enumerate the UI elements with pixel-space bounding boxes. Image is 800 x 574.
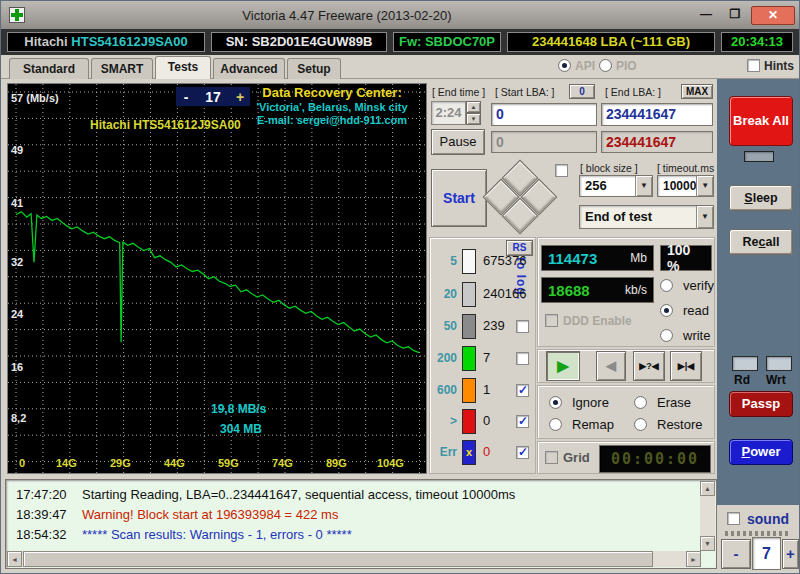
scroll-right-icon[interactable]: ► — [686, 551, 701, 567]
log-error-checkbox[interactable] — [516, 446, 529, 459]
elapsed-timer: 00:00:00 — [599, 445, 711, 473]
zoom-out-button[interactable]: - — [176, 89, 196, 105]
seek-pad — [487, 163, 553, 231]
power-button[interactable]: Power — [729, 439, 793, 465]
end-time-up-icon[interactable]: ▲ — [466, 101, 481, 113]
tab-advanced[interactable]: Advanced — [213, 58, 285, 79]
current-lba-display: 0 — [491, 131, 597, 153]
ddd-enable-checkbox[interactable] — [545, 314, 558, 327]
percent-display: 100 % — [660, 245, 712, 271]
counter-value: 0 — [483, 413, 490, 428]
progress-mb-label: 304 MB — [220, 422, 262, 436]
volume-down-button[interactable]: - — [721, 539, 751, 569]
timeout-select[interactable]: 10000 ▼ — [657, 175, 714, 197]
test-control-panel: [ End time ] [ Start LBA: ] 0 [ End LBA:… — [429, 81, 715, 475]
start-lba-zero-button[interactable]: 0 — [569, 84, 595, 99]
option-checkbox[interactable] — [555, 164, 568, 177]
end-time-spinner: 2:24 ▲ ▼ — [431, 101, 481, 125]
up-arrow-icon — [517, 171, 527, 181]
log-vertical-scrollbar[interactable]: ▲ ▼ — [700, 481, 715, 551]
tab-smart[interactable]: SMART — [91, 58, 153, 79]
log-text: ***** Scan results: Warnings - 1, errors… — [82, 527, 352, 542]
svg-text:8,2: 8,2 — [11, 412, 26, 424]
tab-standard[interactable]: Standard — [9, 58, 89, 79]
hints-checkbox[interactable] — [747, 59, 760, 72]
svg-text:89G: 89G — [326, 457, 347, 469]
svg-text:49: 49 — [11, 144, 23, 156]
play-button[interactable]: ▶ — [546, 351, 580, 381]
pio-radio[interactable] — [599, 59, 612, 72]
scroll-down-icon[interactable]: ▼ — [700, 536, 715, 551]
log-time: 17:47:20 — [16, 487, 67, 502]
read-radio[interactable] — [660, 304, 673, 317]
log-time: 18:54:32 — [16, 527, 67, 542]
end-action-select[interactable]: End of test ▼ — [579, 205, 714, 229]
back-button[interactable]: ◀ — [596, 351, 626, 381]
zoom-level: 17 — [196, 89, 230, 105]
write-indicator — [766, 356, 792, 371]
volume-up-button[interactable]: + — [782, 539, 799, 569]
scrollbar-thumb[interactable] — [23, 551, 653, 567]
start-lba-input[interactable]: 0 — [491, 103, 597, 126]
svg-text:16: 16 — [11, 361, 23, 373]
log-horizontal-scrollbar[interactable]: ◄ ► — [7, 551, 701, 567]
speed-value: 18688 — [548, 282, 590, 299]
timeout-dropdown-icon[interactable]: ▼ — [696, 176, 713, 196]
block-size-value: 256 — [580, 176, 635, 196]
break-all-button[interactable]: Break All — [729, 96, 793, 146]
victoria-window: Victoria 4.47 Freeware (2013-02-20) — ❐ … — [0, 0, 800, 574]
rd-label: Rd — [734, 373, 750, 387]
counter-label: 50 — [431, 319, 457, 333]
sound-checkbox[interactable] — [727, 512, 740, 525]
restore-radio[interactable] — [634, 418, 647, 431]
log-timeout-checkbox[interactable] — [516, 415, 529, 428]
clock: 20:34:13 — [721, 32, 793, 52]
ignore-radio[interactable] — [549, 396, 562, 409]
api-radio[interactable] — [558, 59, 571, 72]
erase-radio[interactable] — [634, 396, 647, 409]
end-time-value[interactable]: 2:24 — [431, 101, 466, 125]
log-panel: 17:47:20 Starting Reading, LBA=0..234441… — [5, 479, 717, 569]
end-lba-input[interactable]: 234441647 — [601, 103, 713, 126]
wrt-label: Wrt — [766, 373, 786, 387]
write-radio[interactable] — [660, 329, 673, 342]
seek-question-button[interactable]: ▶?◀ — [633, 351, 665, 381]
log-50-checkbox[interactable] — [516, 320, 529, 333]
log-200-checkbox[interactable] — [516, 352, 529, 365]
grid-checkbox[interactable] — [545, 451, 558, 464]
position-unit: Mb — [630, 251, 647, 265]
passp-button[interactable]: Passp — [729, 391, 793, 417]
left-arrow-icon — [494, 190, 504, 200]
block-size-select[interactable]: 256 ▼ — [579, 175, 653, 197]
seek-end-button[interactable]: ▶|◀ — [670, 351, 702, 381]
start-button[interactable]: Start — [431, 169, 487, 227]
right-arrow-icon — [536, 194, 546, 204]
tab-setup[interactable]: Setup — [287, 58, 341, 79]
block-size-label: [ block size ] — [580, 162, 638, 174]
sleep-button[interactable]: Sleep — [729, 185, 793, 211]
end-lba-max-button[interactable]: MAX — [681, 84, 713, 99]
recall-button[interactable]: Recall — [729, 229, 793, 255]
verify-radio[interactable] — [660, 279, 673, 292]
counter-label: > — [431, 414, 457, 428]
scroll-left-icon[interactable]: ◄ — [7, 551, 22, 567]
scroll-up-icon[interactable]: ▲ — [700, 481, 715, 496]
speed-graph: 57 (Mb/s)49413224168,2014G29G44G59G74G89… — [7, 83, 427, 474]
pause-button[interactable]: Pause — [431, 129, 485, 155]
banner-title: Data Recovery Center: — [242, 86, 422, 101]
end-time-down-icon[interactable]: ▼ — [466, 113, 481, 125]
remap-radio[interactable] — [549, 418, 562, 431]
minimize-button[interactable]: — — [693, 6, 719, 25]
log-600-checkbox[interactable] — [516, 384, 529, 397]
end-action-dropdown-icon[interactable]: ▼ — [696, 206, 713, 228]
tab-bar: Standard SMART Tests Advanced Setup API … — [1, 55, 800, 79]
close-button[interactable]: ✕ — [751, 6, 795, 25]
counter-value: 239 — [483, 318, 505, 333]
end-time-label: [ End time ] — [432, 86, 485, 98]
block-size-dropdown-icon[interactable]: ▼ — [635, 176, 652, 196]
restore-label: Restore — [657, 417, 703, 432]
drive-firmware: Fw: SBDOC70P — [393, 32, 501, 52]
tab-tests[interactable]: Tests — [155, 56, 211, 79]
maximize-button[interactable]: ❐ — [722, 6, 748, 25]
log-time: 18:39:47 — [16, 507, 67, 522]
